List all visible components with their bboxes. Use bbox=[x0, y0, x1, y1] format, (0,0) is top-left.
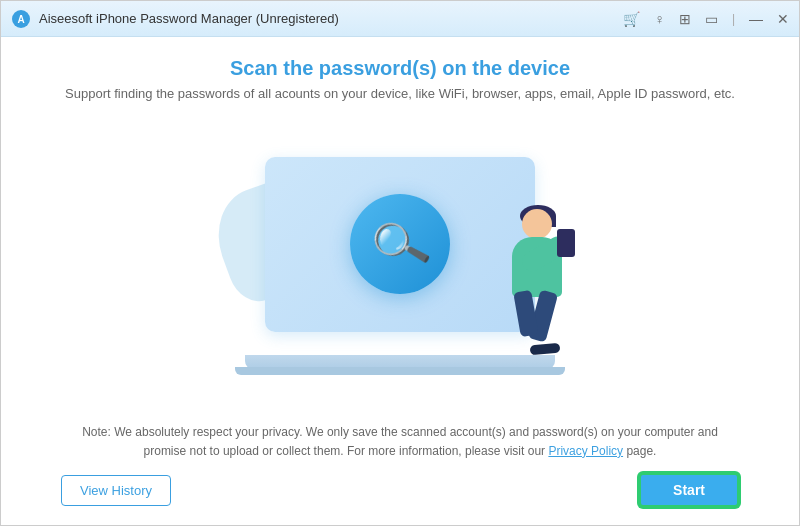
cart-icon[interactable]: 🛒 bbox=[623, 11, 640, 27]
view-history-button[interactable]: View History bbox=[61, 475, 171, 506]
header-section: Scan the password(s) on the device Suppo… bbox=[65, 57, 735, 101]
svg-text:A: A bbox=[17, 14, 24, 25]
laptop-base-bottom bbox=[235, 367, 565, 375]
page-title: Scan the password(s) on the device bbox=[65, 57, 735, 80]
page-subtitle: Support finding the passwords of all aco… bbox=[65, 86, 735, 101]
window-controls: 🛒 ♀ ⊞ ▭ | — ✕ bbox=[623, 11, 789, 27]
person-foot bbox=[530, 343, 561, 356]
note-text: Note: We absolutely respect your privacy… bbox=[82, 425, 718, 458]
main-content: Scan the password(s) on the device Suppo… bbox=[1, 37, 799, 526]
close-button[interactable]: ✕ bbox=[777, 11, 789, 27]
person-illustration bbox=[480, 209, 570, 359]
illustration-area: 🔍 bbox=[41, 121, 759, 413]
start-button[interactable]: Start bbox=[639, 473, 739, 507]
illustration-container: 🔍 bbox=[210, 157, 590, 377]
app-title: Aiseesoft iPhone Password Manager (Unreg… bbox=[39, 11, 623, 26]
privacy-note: Note: We absolutely respect your privacy… bbox=[80, 423, 720, 461]
app-logo: A bbox=[11, 9, 31, 29]
person-phone bbox=[557, 229, 575, 257]
minimize-button[interactable]: — bbox=[749, 11, 763, 27]
user-icon[interactable]: ♀ bbox=[654, 11, 665, 27]
monitor-icon[interactable]: ▭ bbox=[705, 11, 718, 27]
note-suffix: page. bbox=[626, 444, 656, 458]
titlebar: A Aiseesoft iPhone Password Manager (Unr… bbox=[1, 1, 799, 37]
search-icon: 🔍 bbox=[367, 212, 434, 276]
separator: | bbox=[732, 12, 735, 26]
privacy-policy-link[interactable]: Privacy Policy bbox=[548, 444, 623, 458]
grid-icon[interactable]: ⊞ bbox=[679, 11, 691, 27]
person-head bbox=[522, 209, 552, 239]
bottom-bar: View History Start bbox=[41, 473, 759, 507]
search-circle: 🔍 bbox=[350, 194, 450, 294]
